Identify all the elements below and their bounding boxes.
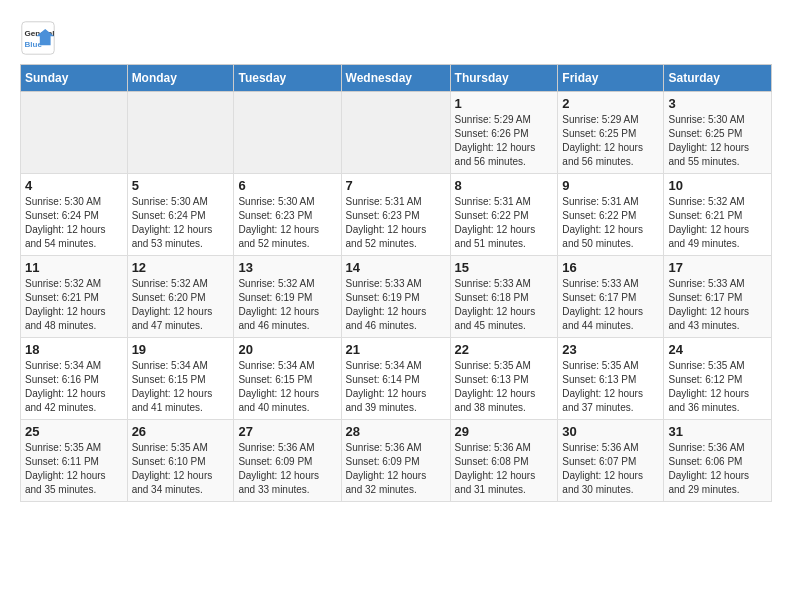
day-info: Sunrise: 5:35 AM Sunset: 6:11 PM Dayligh… xyxy=(25,441,123,497)
day-info: Sunrise: 5:29 AM Sunset: 6:25 PM Dayligh… xyxy=(562,113,659,169)
day-info: Sunrise: 5:34 AM Sunset: 6:16 PM Dayligh… xyxy=(25,359,123,415)
day-number: 13 xyxy=(238,260,336,275)
week-row-2: 4Sunrise: 5:30 AM Sunset: 6:24 PM Daylig… xyxy=(21,174,772,256)
day-number: 24 xyxy=(668,342,767,357)
day-cell: 16Sunrise: 5:33 AM Sunset: 6:17 PM Dayli… xyxy=(558,256,664,338)
day-cell xyxy=(21,92,128,174)
day-info: Sunrise: 5:35 AM Sunset: 6:13 PM Dayligh… xyxy=(562,359,659,415)
day-cell: 7Sunrise: 5:31 AM Sunset: 6:23 PM Daylig… xyxy=(341,174,450,256)
day-info: Sunrise: 5:33 AM Sunset: 6:17 PM Dayligh… xyxy=(562,277,659,333)
day-info: Sunrise: 5:36 AM Sunset: 6:09 PM Dayligh… xyxy=(238,441,336,497)
day-info: Sunrise: 5:33 AM Sunset: 6:17 PM Dayligh… xyxy=(668,277,767,333)
day-number: 31 xyxy=(668,424,767,439)
day-number: 14 xyxy=(346,260,446,275)
day-number: 11 xyxy=(25,260,123,275)
day-cell: 10Sunrise: 5:32 AM Sunset: 6:21 PM Dayli… xyxy=(664,174,772,256)
day-cell: 11Sunrise: 5:32 AM Sunset: 6:21 PM Dayli… xyxy=(21,256,128,338)
day-info: Sunrise: 5:36 AM Sunset: 6:09 PM Dayligh… xyxy=(346,441,446,497)
day-cell: 17Sunrise: 5:33 AM Sunset: 6:17 PM Dayli… xyxy=(664,256,772,338)
day-cell: 15Sunrise: 5:33 AM Sunset: 6:18 PM Dayli… xyxy=(450,256,558,338)
day-number: 1 xyxy=(455,96,554,111)
day-number: 7 xyxy=(346,178,446,193)
calendar-table: SundayMondayTuesdayWednesdayThursdayFrid… xyxy=(20,64,772,502)
day-number: 18 xyxy=(25,342,123,357)
day-number: 12 xyxy=(132,260,230,275)
column-header-sunday: Sunday xyxy=(21,65,128,92)
day-cell: 9Sunrise: 5:31 AM Sunset: 6:22 PM Daylig… xyxy=(558,174,664,256)
day-info: Sunrise: 5:33 AM Sunset: 6:18 PM Dayligh… xyxy=(455,277,554,333)
day-number: 25 xyxy=(25,424,123,439)
day-info: Sunrise: 5:31 AM Sunset: 6:23 PM Dayligh… xyxy=(346,195,446,251)
day-cell xyxy=(341,92,450,174)
day-number: 8 xyxy=(455,178,554,193)
week-row-4: 18Sunrise: 5:34 AM Sunset: 6:16 PM Dayli… xyxy=(21,338,772,420)
day-cell: 23Sunrise: 5:35 AM Sunset: 6:13 PM Dayli… xyxy=(558,338,664,420)
day-info: Sunrise: 5:34 AM Sunset: 6:14 PM Dayligh… xyxy=(346,359,446,415)
day-info: Sunrise: 5:30 AM Sunset: 6:23 PM Dayligh… xyxy=(238,195,336,251)
day-number: 28 xyxy=(346,424,446,439)
day-cell: 26Sunrise: 5:35 AM Sunset: 6:10 PM Dayli… xyxy=(127,420,234,502)
day-cell: 19Sunrise: 5:34 AM Sunset: 6:15 PM Dayli… xyxy=(127,338,234,420)
day-cell: 20Sunrise: 5:34 AM Sunset: 6:15 PM Dayli… xyxy=(234,338,341,420)
day-number: 6 xyxy=(238,178,336,193)
day-info: Sunrise: 5:35 AM Sunset: 6:13 PM Dayligh… xyxy=(455,359,554,415)
column-header-wednesday: Wednesday xyxy=(341,65,450,92)
day-number: 27 xyxy=(238,424,336,439)
day-cell: 27Sunrise: 5:36 AM Sunset: 6:09 PM Dayli… xyxy=(234,420,341,502)
day-info: Sunrise: 5:29 AM Sunset: 6:26 PM Dayligh… xyxy=(455,113,554,169)
day-cell: 8Sunrise: 5:31 AM Sunset: 6:22 PM Daylig… xyxy=(450,174,558,256)
day-number: 21 xyxy=(346,342,446,357)
header-row: SundayMondayTuesdayWednesdayThursdayFrid… xyxy=(21,65,772,92)
day-info: Sunrise: 5:30 AM Sunset: 6:24 PM Dayligh… xyxy=(132,195,230,251)
day-cell: 22Sunrise: 5:35 AM Sunset: 6:13 PM Dayli… xyxy=(450,338,558,420)
logo-icon: General Blue xyxy=(20,20,56,56)
logo: General Blue xyxy=(20,20,56,56)
day-cell: 3Sunrise: 5:30 AM Sunset: 6:25 PM Daylig… xyxy=(664,92,772,174)
day-cell: 31Sunrise: 5:36 AM Sunset: 6:06 PM Dayli… xyxy=(664,420,772,502)
day-number: 5 xyxy=(132,178,230,193)
day-cell: 25Sunrise: 5:35 AM Sunset: 6:11 PM Dayli… xyxy=(21,420,128,502)
day-info: Sunrise: 5:35 AM Sunset: 6:12 PM Dayligh… xyxy=(668,359,767,415)
day-cell xyxy=(127,92,234,174)
day-cell: 13Sunrise: 5:32 AM Sunset: 6:19 PM Dayli… xyxy=(234,256,341,338)
column-header-monday: Monday xyxy=(127,65,234,92)
day-info: Sunrise: 5:32 AM Sunset: 6:21 PM Dayligh… xyxy=(25,277,123,333)
day-cell: 4Sunrise: 5:30 AM Sunset: 6:24 PM Daylig… xyxy=(21,174,128,256)
day-info: Sunrise: 5:36 AM Sunset: 6:07 PM Dayligh… xyxy=(562,441,659,497)
day-cell: 2Sunrise: 5:29 AM Sunset: 6:25 PM Daylig… xyxy=(558,92,664,174)
day-number: 22 xyxy=(455,342,554,357)
week-row-5: 25Sunrise: 5:35 AM Sunset: 6:11 PM Dayli… xyxy=(21,420,772,502)
day-info: Sunrise: 5:34 AM Sunset: 6:15 PM Dayligh… xyxy=(238,359,336,415)
day-info: Sunrise: 5:31 AM Sunset: 6:22 PM Dayligh… xyxy=(562,195,659,251)
day-cell: 1Sunrise: 5:29 AM Sunset: 6:26 PM Daylig… xyxy=(450,92,558,174)
day-cell: 14Sunrise: 5:33 AM Sunset: 6:19 PM Dayli… xyxy=(341,256,450,338)
day-cell: 6Sunrise: 5:30 AM Sunset: 6:23 PM Daylig… xyxy=(234,174,341,256)
column-header-saturday: Saturday xyxy=(664,65,772,92)
day-cell: 24Sunrise: 5:35 AM Sunset: 6:12 PM Dayli… xyxy=(664,338,772,420)
day-info: Sunrise: 5:30 AM Sunset: 6:25 PM Dayligh… xyxy=(668,113,767,169)
day-cell: 12Sunrise: 5:32 AM Sunset: 6:20 PM Dayli… xyxy=(127,256,234,338)
day-cell xyxy=(234,92,341,174)
day-cell: 30Sunrise: 5:36 AM Sunset: 6:07 PM Dayli… xyxy=(558,420,664,502)
day-cell: 29Sunrise: 5:36 AM Sunset: 6:08 PM Dayli… xyxy=(450,420,558,502)
day-info: Sunrise: 5:36 AM Sunset: 6:08 PM Dayligh… xyxy=(455,441,554,497)
day-number: 4 xyxy=(25,178,123,193)
day-cell: 28Sunrise: 5:36 AM Sunset: 6:09 PM Dayli… xyxy=(341,420,450,502)
day-cell: 21Sunrise: 5:34 AM Sunset: 6:14 PM Dayli… xyxy=(341,338,450,420)
week-row-3: 11Sunrise: 5:32 AM Sunset: 6:21 PM Dayli… xyxy=(21,256,772,338)
day-info: Sunrise: 5:32 AM Sunset: 6:21 PM Dayligh… xyxy=(668,195,767,251)
day-number: 23 xyxy=(562,342,659,357)
day-info: Sunrise: 5:32 AM Sunset: 6:20 PM Dayligh… xyxy=(132,277,230,333)
day-number: 30 xyxy=(562,424,659,439)
day-number: 20 xyxy=(238,342,336,357)
column-header-friday: Friday xyxy=(558,65,664,92)
day-number: 19 xyxy=(132,342,230,357)
day-number: 26 xyxy=(132,424,230,439)
day-number: 10 xyxy=(668,178,767,193)
day-number: 3 xyxy=(668,96,767,111)
day-cell: 18Sunrise: 5:34 AM Sunset: 6:16 PM Dayli… xyxy=(21,338,128,420)
day-info: Sunrise: 5:30 AM Sunset: 6:24 PM Dayligh… xyxy=(25,195,123,251)
page-header: General Blue xyxy=(20,20,772,56)
day-number: 29 xyxy=(455,424,554,439)
day-info: Sunrise: 5:32 AM Sunset: 6:19 PM Dayligh… xyxy=(238,277,336,333)
